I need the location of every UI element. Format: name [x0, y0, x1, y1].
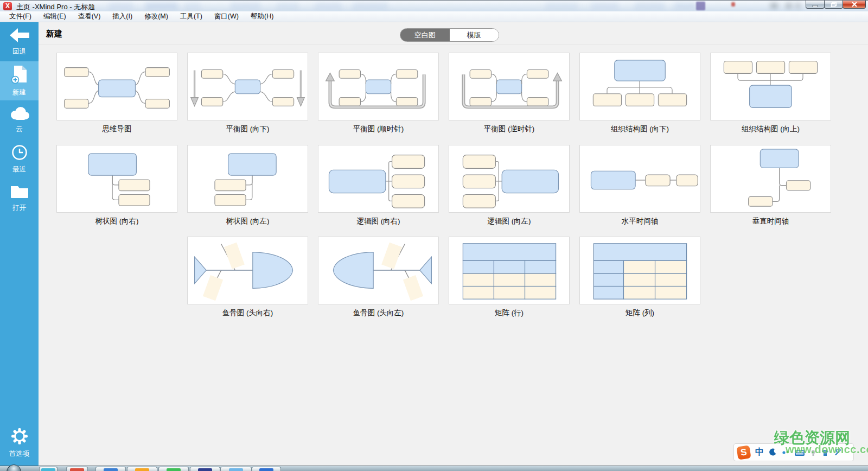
template-preview-timeline-horizontal: [579, 145, 700, 213]
template-preview-balance-clockwise: [318, 53, 439, 120]
template-card-label: 鱼骨图 (头向左): [318, 308, 439, 318]
template-preview-logic-left: [449, 145, 570, 213]
sidebar-item-label: 回退: [12, 47, 26, 56]
sidebar-item-label: 打开: [12, 203, 26, 213]
template-card-label: 水平时间轴: [579, 217, 700, 226]
template-card-label: 逻辑图 (向左): [449, 217, 570, 226]
template-card-timeline-vertical[interactable]: 垂直时间轴: [710, 145, 831, 226]
tab-template[interactable]: 模版: [450, 29, 499, 41]
sidebar-item-label: 新建: [12, 88, 26, 97]
template-card-matrix-row[interactable]: 矩阵 (行): [449, 237, 570, 318]
template-card-mindmap[interactable]: 思维导图: [56, 53, 177, 134]
xmind-logo-icon: X: [3, 2, 12, 10]
template-card-label: 组织结构图 (向上): [710, 124, 831, 134]
template-card-org-up[interactable]: 组织结构图 (向上): [710, 53, 831, 134]
template-preview-balance-down: [187, 53, 308, 120]
clock-icon: [11, 144, 28, 162]
minimize-icon: [812, 2, 819, 7]
template-card-fishbone-left[interactable]: 鱼骨图 (头向左): [318, 237, 439, 318]
sidebar-item-2[interactable]: 新建: [0, 61, 39, 100]
moon-icon[interactable]: [769, 448, 777, 456]
page-title: 新建: [46, 29, 62, 39]
menu-bar: 文件(F)编辑(E)查看(V)插入(I)修改(M)工具(T)窗口(W)帮助(H): [0, 11, 868, 22]
maximize-button[interactable]: [824, 1, 843, 9]
template-preview-tree-left: [187, 145, 308, 213]
template-card-logic-left[interactable]: 逻辑图 (向左): [449, 145, 570, 226]
template-card-logic-right[interactable]: 逻辑图 (向右): [318, 145, 439, 226]
template-card-fishbone-right[interactable]: 鱼骨图 (头向右): [187, 237, 308, 318]
new-document-icon: [11, 65, 28, 85]
template-card-label: 树状图 (向左): [187, 217, 308, 226]
taskbar-app-icon[interactable]: [95, 467, 126, 471]
template-card-label: 平衡图 (顺时针): [318, 124, 439, 134]
sogou-logo-icon[interactable]: S: [736, 445, 751, 460]
view-toggle: 空白图 模版: [400, 28, 499, 42]
template-preview-mindmap: [56, 53, 177, 120]
template-card-label: 矩阵 (列): [579, 308, 700, 318]
sidebar: 回退新建云最近打开首选项: [0, 22, 39, 466]
template-preview-tree-right: [56, 145, 177, 213]
menu-item-7[interactable]: 窗口(W): [208, 11, 245, 22]
cloud-icon: [9, 106, 30, 122]
template-card-label: 逻辑图 (向右): [318, 217, 439, 226]
sidebar-item-label: 最近: [12, 165, 26, 174]
gear-icon: [11, 428, 28, 447]
template-card-label: 鱼骨图 (头向右): [187, 308, 308, 318]
template-card-tree-left[interactable]: 树状图 (向左): [187, 145, 308, 226]
menu-item-1[interactable]: 文件(F): [3, 11, 37, 22]
menu-item-2[interactable]: 编辑(E): [37, 11, 72, 22]
close-button[interactable]: [843, 1, 866, 9]
sidebar-item-label: 云: [16, 125, 23, 134]
menu-item-6[interactable]: 工具(T): [174, 11, 208, 22]
template-card-org-down[interactable]: 组织结构图 (向下): [579, 53, 700, 134]
menu-item-8[interactable]: 帮助(H): [245, 11, 279, 22]
template-card-label: 思维导图: [56, 124, 177, 134]
taskbar-app-icon[interactable]: [39, 467, 58, 471]
template-card-matrix-column[interactable]: 矩阵 (列): [579, 237, 700, 318]
template-card-tree-right[interactable]: 树状图 (向右): [56, 145, 177, 226]
menu-item-3[interactable]: 查看(V): [72, 11, 107, 22]
taskbar-app-icon[interactable]: [127, 467, 157, 471]
taskbar-app-icon[interactable]: [252, 467, 281, 471]
maximize-icon: [831, 2, 837, 7]
template-card-label: 矩阵 (行): [449, 308, 570, 318]
template-preview-timeline-vertical: [710, 145, 831, 213]
template-card-label: 平衡图 (逆时针): [449, 124, 570, 134]
template-card-balance-down[interactable]: 平衡图 (向下): [187, 53, 308, 134]
title-bar: X 主页 -XMind Pro - 无标题: [0, 0, 868, 11]
watermark-site-url: www.downcc.com: [786, 443, 868, 456]
taskbar-app-icon[interactable]: [66, 467, 88, 471]
template-preview-logic-right: [318, 145, 439, 213]
chinese-mode-icon[interactable]: 中: [755, 447, 764, 458]
sidebar-item-5[interactable]: 打开: [0, 179, 39, 218]
sidebar-item-label: 首选项: [9, 449, 30, 459]
taskbar: [0, 466, 868, 471]
sidebar-item-3[interactable]: 云: [0, 100, 39, 139]
taskbar-app-icon[interactable]: [220, 467, 252, 471]
window-controls: [806, 1, 866, 9]
template-card-label: 平衡图 (向下): [187, 124, 308, 134]
template-card-balance-counterclockwise[interactable]: 平衡图 (逆时针): [449, 53, 570, 134]
menu-item-4[interactable]: 插入(I): [106, 11, 138, 22]
template-preview-fishbone-right: [187, 237, 308, 304]
back-arrow-icon: [9, 28, 30, 44]
tab-blank-diagram[interactable]: 空白图: [400, 29, 450, 41]
sidebar-item-4[interactable]: 最近: [0, 139, 39, 179]
minimize-button[interactable]: [806, 1, 825, 9]
template-preview-org-up: [710, 53, 831, 120]
sidebar-item-1[interactable]: 回退: [0, 22, 39, 61]
template-card-label: 树状图 (向右): [56, 217, 177, 226]
main-panel: 新建 空白图 模版 思维导图平衡图 (向下)平衡图 (顺时针)平衡图 (逆时针)…: [39, 22, 868, 466]
template-card-timeline-horizontal[interactable]: 水平时间轴: [579, 145, 700, 226]
menu-item-5[interactable]: 修改(M): [138, 11, 174, 22]
taskbar-app-icon[interactable]: [190, 467, 220, 471]
folder-icon: [10, 184, 29, 201]
taskbar-app-icon[interactable]: [158, 467, 189, 471]
template-card-label: 组织结构图 (向下): [579, 124, 700, 134]
sidebar-item-preferences[interactable]: 首选项: [0, 423, 39, 462]
template-card-balance-clockwise[interactable]: 平衡图 (顺时针): [318, 53, 439, 134]
start-button[interactable]: [7, 464, 21, 471]
template-preview-fishbone-left: [318, 237, 439, 304]
template-preview-matrix-row: [449, 237, 570, 304]
template-preview-matrix-column: [579, 237, 700, 304]
